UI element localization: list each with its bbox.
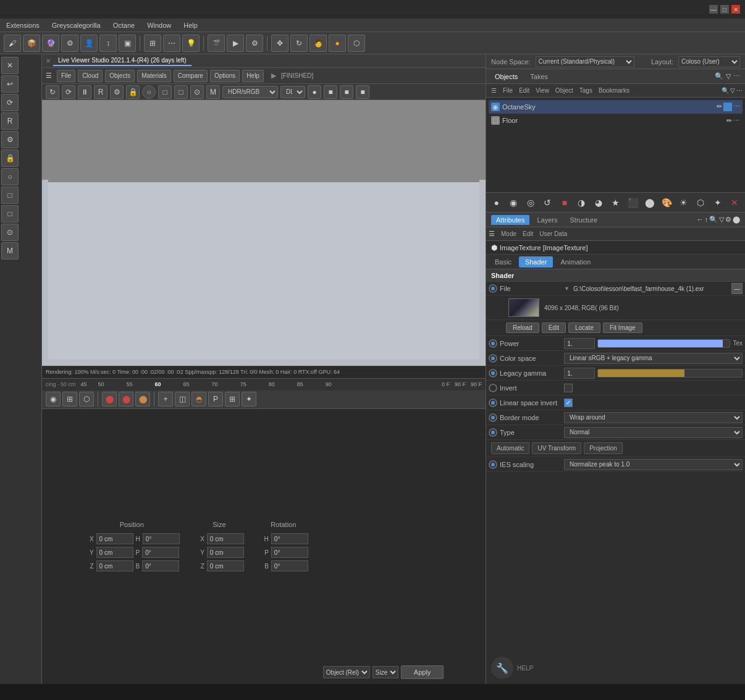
pos-b-input[interactable] — [142, 560, 179, 571]
size-x-input[interactable] — [207, 533, 244, 544]
attr-filter-icon[interactable]: ▽ — [719, 216, 724, 224]
pos-h-input[interactable] — [143, 533, 180, 544]
attr-more-icon[interactable]: ⬤ — [733, 216, 740, 224]
menu-greyscalegorilla[interactable]: Greyscalegorilla — [49, 20, 103, 30]
file-collapse-btn[interactable]: — — [731, 283, 743, 294]
tool-sphere[interactable]: 🔮 — [42, 35, 59, 52]
viewer-btn-pause[interactable]: ⏸ — [78, 85, 91, 99]
node-btn-halfcircle2[interactable]: ◕ — [591, 195, 607, 211]
power-radio[interactable] — [489, 339, 497, 348]
btm-btn-5[interactable]: ◓ — [192, 392, 206, 407]
viewer-menu-materials[interactable]: Materials — [137, 70, 171, 82]
viewer-tab-live[interactable]: Live Viewer Studio 2021.1.4-(R4) (26 day… — [53, 56, 192, 66]
sidebar-tool-8[interactable]: □ — [1, 187, 19, 204]
filter-icon[interactable]: ▽ — [726, 72, 731, 80]
octanesky-more-icon[interactable]: ⋯ — [733, 103, 740, 111]
viewer-btn-sq2[interactable]: □ — [174, 85, 188, 99]
search-icon[interactable]: 🔍 — [715, 72, 723, 80]
sidebar-tool-11[interactable]: M — [1, 242, 19, 259]
objects-tags[interactable]: Tags — [577, 86, 595, 95]
objects-object[interactable]: Object — [553, 86, 576, 95]
legacy-gamma-slider[interactable] — [597, 369, 743, 377]
viewer-btn-c4[interactable]: ■ — [356, 85, 369, 99]
tool-3d[interactable]: ⬡ — [348, 35, 365, 52]
viewer-btn-r[interactable]: R — [94, 85, 107, 99]
viewer-btn-lock[interactable]: 🔒 — [126, 85, 140, 99]
floor-more-icon[interactable]: ⋯ — [733, 117, 740, 125]
viewer-btn-c3[interactable]: ■ — [340, 85, 353, 99]
locate-button[interactable]: Locate — [568, 323, 600, 333]
more-icon[interactable]: ⋯ — [733, 72, 740, 80]
tool-arrow[interactable]: ↕ — [99, 35, 117, 52]
viewer-menu-compare[interactable]: Compare — [174, 70, 208, 82]
attr-tab-basic[interactable]: Basic — [489, 256, 518, 268]
tool-orange[interactable]: ● — [329, 35, 346, 52]
obj-icon-1[interactable]: 🔍 — [722, 87, 729, 94]
node-btn-orange[interactable]: 🎨 — [659, 195, 675, 211]
node-btn-red[interactable]: ■ — [557, 195, 573, 211]
ies-dropdown[interactable]: Normalize peak to 1.0 — [564, 459, 743, 470]
linear-space-radio[interactable] — [489, 398, 497, 407]
tab-structure[interactable]: Structure — [565, 215, 603, 225]
color-space-dropdown[interactable]: Linear sRGB + legacy gamma — [564, 353, 743, 364]
linear-space-invert-checkbox[interactable] — [564, 398, 573, 407]
viewer-btn-circle[interactable]: ○ — [142, 85, 156, 99]
tool-light[interactable]: 💡 — [182, 35, 200, 52]
tool-rotate[interactable]: ↻ — [290, 35, 308, 52]
octanesky-edit-icon[interactable]: ✏ — [717, 103, 722, 111]
attr-tab-shader[interactable]: Shader — [519, 256, 553, 268]
menu-help[interactable]: Help — [181, 20, 200, 30]
uv-transform-button[interactable]: UV Transform — [532, 442, 581, 454]
hdr-dropdown[interactable]: HDR/sRGB — [222, 86, 278, 98]
tool-play[interactable]: ▶ — [227, 35, 244, 52]
btm-btn-plus[interactable]: + — [158, 392, 173, 407]
sidebar-tool-4[interactable]: R — [1, 112, 19, 130]
tool-paint[interactable]: 🖌 — [4, 35, 21, 52]
octanesky-color-icon[interactable] — [723, 103, 732, 111]
btm-btn-4[interactable]: ◫ — [175, 392, 190, 407]
border-mode-dropdown[interactable]: Wrap around — [564, 412, 743, 423]
tab-attributes[interactable]: Attributes — [491, 215, 529, 225]
size-dropdown[interactable]: Size — [372, 666, 398, 678]
btm-btn-1[interactable]: ◉ — [46, 392, 61, 407]
tool-people[interactable]: 👤 — [80, 35, 98, 52]
list-item-octanesky[interactable]: ◉ OctaneSky ✏ ⋯ — [489, 100, 743, 114]
viewer-btn-2[interactable]: ⟳ — [62, 85, 75, 99]
close-button[interactable]: ✕ — [731, 5, 740, 14]
power-slider[interactable] — [597, 339, 730, 348]
power-input[interactable]: 1. — [564, 338, 595, 349]
node-btn-close[interactable]: ✕ — [726, 195, 743, 211]
attr-mode[interactable]: Mode — [499, 229, 519, 238]
layout-dropdown[interactable]: Coloso (User) — [678, 56, 740, 67]
viewer-btn-c2[interactable]: ■ — [324, 85, 337, 99]
sidebar-tool-1[interactable]: ✕ — [1, 57, 19, 74]
tool-scale[interactable]: 🧑 — [309, 35, 327, 52]
menu-octane[interactable]: Octane — [111, 20, 137, 30]
objects-view[interactable]: View — [533, 86, 552, 95]
btm-btn-3[interactable]: ⬡ — [79, 392, 94, 407]
minimize-button[interactable]: — — [709, 5, 718, 14]
attr-edit[interactable]: Edit — [520, 229, 536, 238]
viewer-btn-gear[interactable]: ⚙ — [110, 85, 124, 99]
btm-btn-grid[interactable]: ⊞ — [225, 392, 240, 407]
invert-checkbox[interactable] — [564, 384, 573, 392]
sidebar-tool-7[interactable]: ○ — [1, 168, 19, 185]
close-viewer-icon[interactable]: ✕ — [46, 57, 51, 64]
tool-grid[interactable]: ⊞ — [144, 35, 161, 52]
tool-cube[interactable]: 📦 — [23, 35, 40, 52]
size-y-input[interactable] — [207, 547, 244, 558]
objects-bookmarks[interactable]: Bookmarks — [596, 86, 632, 95]
viewer-menu-file[interactable]: File — [57, 70, 75, 82]
type-dropdown[interactable]: Normal — [564, 427, 743, 438]
btm-btn-2[interactable]: ⊞ — [62, 392, 77, 407]
btm-btn-p[interactable]: P — [208, 392, 223, 407]
btm-btn-orange[interactable]: ⬤ — [135, 392, 150, 407]
node-btn-circle[interactable]: ◎ — [523, 195, 539, 211]
ies-radio[interactable] — [489, 460, 497, 469]
sidebar-tool-2[interactable]: ↩ — [1, 75, 19, 93]
viewer-menu-options[interactable]: Options — [210, 70, 240, 82]
floor-edit-icon[interactable]: ✏ — [726, 117, 732, 125]
border-mode-radio[interactable] — [489, 413, 497, 422]
tool-move[interactable]: ✥ — [271, 35, 288, 52]
viewer-btn-1[interactable]: ↻ — [46, 85, 59, 99]
